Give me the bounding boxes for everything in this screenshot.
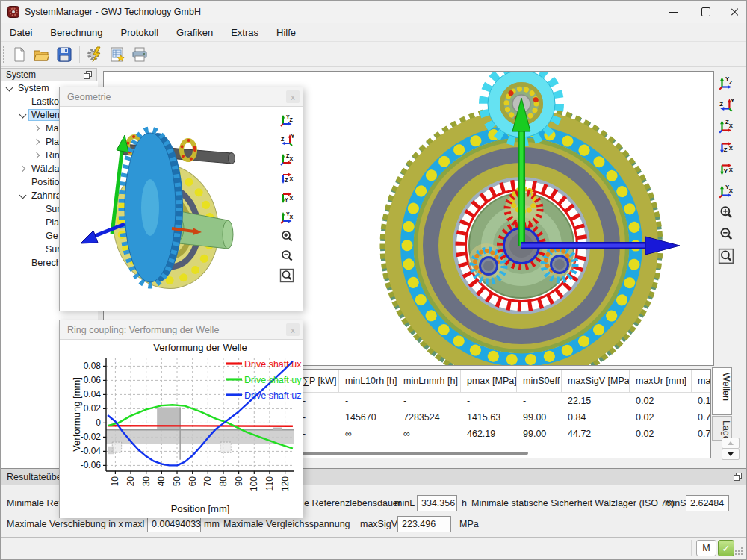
menu-protokoll[interactable]: Protokoll [111, 25, 167, 40]
close-icon[interactable]: x [286, 323, 300, 336]
view-orientation-button-1[interactable]: Y Z [717, 75, 735, 91]
view-orientation-button-5[interactable]: Y X [279, 190, 295, 205]
view-orientation-button-5[interactable]: Y X [717, 161, 735, 178]
resize-grip[interactable] [734, 547, 743, 556]
table-row[interactable]: -∞ ∞462.19 99.0044.72 0.020.72 [297, 426, 710, 442]
svg-text:Drive shaft uz: Drive shaft uz [244, 391, 301, 401]
tab-scroll-up-button[interactable] [722, 438, 740, 449]
view-orientation-button-4[interactable]: Z X [279, 171, 295, 186]
col-header[interactable]: maxUr [mm] [630, 370, 692, 393]
col-header[interactable]: pmax [MPa] [461, 370, 517, 393]
toolbar-grip[interactable] [3, 46, 4, 63]
axis-view-icon: Z X [718, 118, 734, 134]
geometry-viewport-toolbar: Y Z Z Y [279, 113, 298, 287]
geometry-3d-view[interactable]: Y Z Z Y [60, 107, 303, 311]
svg-text:Z: Z [281, 137, 285, 142]
tab-scroll-down-button[interactable] [722, 449, 740, 460]
chevron-down-icon[interactable] [19, 191, 28, 200]
save-button[interactable] [54, 45, 75, 64]
table-row[interactable]: -- -- -22.15 0.020.12 [297, 393, 710, 409]
chevron-down-icon[interactable] [19, 111, 28, 119]
check-icon[interactable]: ✓ [718, 540, 734, 556]
menu-extras[interactable]: Extras [222, 25, 267, 40]
svg-text:-0.04: -0.04 [81, 446, 102, 456]
menu-grafiken[interactable]: Grafiken [167, 25, 222, 40]
svg-text:60: 60 [187, 476, 198, 487]
view-orientation-button-4[interactable]: Z X [717, 140, 735, 156]
view-orientation-button-6[interactable]: Y X [279, 210, 295, 225]
svg-text:-0.06: -0.06 [81, 460, 102, 470]
svg-text:X: X [290, 214, 294, 220]
view-orientation-button-3[interactable]: Z X [279, 152, 295, 167]
close-button[interactable] [722, 1, 747, 23]
axis-view-icon: Z X [279, 171, 294, 186]
zoom-in-button[interactable] [717, 205, 735, 221]
maximize-button[interactable] [689, 1, 722, 23]
col-header[interactable]: maxSigV [MPa] [562, 370, 630, 393]
horizontal-scrollbar[interactable] [297, 451, 710, 455]
menu-datei[interactable]: Datei [1, 25, 41, 40]
axis-view-icon: Y Z [718, 75, 734, 91]
geometry-window-title: Geometrie [60, 92, 286, 102]
view-orientation-button-3[interactable]: Z X [717, 118, 735, 134]
chevron-right-icon[interactable] [19, 164, 28, 173]
stat-value-field[interactable]: 334.356 [417, 495, 457, 511]
up-arrow-icon [728, 441, 734, 445]
tree-panel-header[interactable]: System [1, 68, 97, 81]
stat-value-field[interactable]: 2.62484 [686, 495, 729, 511]
calculate-button[interactable] [84, 45, 105, 64]
col-header[interactable]: minL10rh [h] [339, 370, 397, 393]
zoom-out-button[interactable] [717, 226, 735, 243]
close-icon[interactable]: x [286, 90, 300, 103]
print-button[interactable] [129, 45, 150, 64]
zoom-out-icon [718, 226, 734, 243]
view-orientation-button-1[interactable]: Y Z [279, 113, 295, 128]
menu-berechnung[interactable]: Berechnung [41, 25, 111, 40]
scrollbar-thumb[interactable] [297, 452, 528, 455]
chart-window-titlebar[interactable]: Ring coupling: Verformung der Welle x [60, 320, 303, 340]
zoom-in-button[interactable] [279, 229, 295, 244]
report-icon [109, 46, 125, 63]
m-status-button[interactable]: M [696, 540, 716, 556]
menu-hilfe[interactable]: Hilfe [267, 25, 305, 40]
geometry-window[interactable]: Geometrie x [59, 87, 303, 311]
svg-text:X: X [729, 122, 734, 129]
zoom-fit-button[interactable] [279, 268, 295, 283]
chart-window-title: Ring coupling: Verformung der Welle [60, 325, 286, 335]
title-bar[interactable]: SystemManager - GWJ Technology GmbH [1, 1, 747, 23]
stat-value-field[interactable]: 0.00494033 [147, 516, 201, 532]
open-file-button[interactable] [31, 45, 52, 64]
geometry-window-titlebar[interactable]: Geometrie x [60, 87, 303, 107]
chevron-down-icon[interactable] [5, 84, 14, 93]
tab-wellen[interactable]: Wellen [712, 367, 732, 415]
svg-text:10: 10 [110, 476, 120, 487]
zoom-out-button[interactable] [279, 249, 295, 264]
svg-text:Drive shaft uy: Drive shaft uy [244, 375, 302, 385]
gearbox-iso-view [60, 107, 303, 311]
report-button[interactable] [107, 45, 128, 64]
minimize-icon [669, 12, 678, 13]
view-orientation-button-6[interactable]: Y X [717, 183, 735, 199]
results-table[interactable]: ∑P [kW] minL10rh [h] minLnmrh [h] pmax [… [296, 369, 711, 458]
chevron-right-icon[interactable] [33, 124, 42, 133]
deformation-chart[interactable]: 0.080.060.040.020-0.02-0.04-0.0610203040… [60, 340, 303, 518]
close-icon [731, 7, 740, 16]
table-row[interactable]: -145670 72835241415.63 99.000.84 0.020.7… [297, 409, 710, 426]
deformation-chart-window[interactable]: Ring coupling: Verformung der Welle x 0.… [59, 320, 303, 518]
col-header[interactable]: minS0eff [517, 370, 562, 393]
svg-text:0.06: 0.06 [84, 375, 102, 385]
stat-value-field[interactable]: 223.496 [397, 516, 451, 532]
svg-text:Verformung der Welle: Verformung der Welle [153, 342, 247, 353]
menu-bar: Datei Berechnung Protokoll Grafiken Extr… [1, 23, 747, 42]
new-document-button[interactable] [9, 45, 30, 64]
float-panel-icon[interactable] [733, 472, 743, 482]
view-orientation-button-2[interactable]: Z Y [717, 96, 735, 113]
chevron-right-icon[interactable] [33, 137, 42, 146]
view-orientation-button-2[interactable]: Z Y [279, 132, 295, 147]
float-panel-icon[interactable] [83, 70, 93, 80]
chevron-right-icon[interactable] [33, 151, 42, 160]
zoom-fit-button[interactable] [717, 248, 735, 264]
minimize-button[interactable] [657, 1, 689, 23]
col-header[interactable]: minLnmrh [h] [397, 370, 461, 393]
col-header[interactable]: ma [692, 370, 710, 393]
